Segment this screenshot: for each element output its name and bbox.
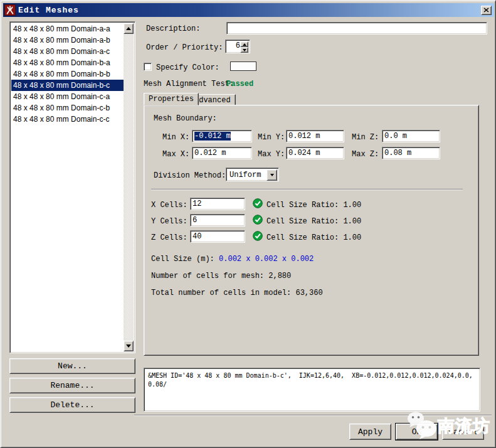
list-item[interactable]: 48 x 48 x 80 mm Domain-c-b [11,102,124,114]
list-item[interactable]: 48 x 48 x 80 mm Domain-a-b [11,35,124,46]
spin-up-button[interactable] [240,41,248,47]
min-x-label: Min X: [162,133,189,142]
cells-in-model: Total number of cells in model: 63,360 [151,289,323,297]
check-circle-icon [253,198,263,208]
cell-size-value: 0.002 x 0.002 x 0.002 [219,255,314,264]
check-circle-icon [253,215,263,225]
description-label: Description: [146,24,200,33]
chevron-down-icon [270,174,274,176]
mesh-alignment-status: Passed [226,80,253,88]
close-icon [483,8,489,13]
spin-down-icon [243,49,246,51]
rename-button[interactable]: Rename... [9,378,135,393]
division-method-value: Uniform [228,169,266,179]
mesh-alignment-label: Mesh Alignment Test: [144,80,234,88]
y-cells-label: Y Cells: [151,217,187,226]
min-y-input[interactable]: 0.012 m [286,130,344,142]
cancel-button[interactable]: Cancel [442,424,484,440]
divider [151,189,463,190]
x-cells-input[interactable]: 12 [190,198,245,210]
combo-dropdown-button[interactable] [266,169,277,181]
cancel-button-label: Cancel [448,427,478,437]
order-priority-spinner[interactable]: 6 [225,40,250,53]
new-button[interactable]: New... [9,358,135,374]
list-scrollbar[interactable] [124,23,134,351]
color-swatch[interactable] [230,61,256,71]
min-z-label: Min Z: [352,133,379,142]
scroll-down-icon [126,344,131,348]
delete-button-label: Delete... [50,400,94,410]
new-button-label: New... [58,361,87,371]
min-x-input[interactable]: -0.012 m [192,130,252,142]
spin-down-button[interactable] [240,47,248,53]
scroll-up-icon [126,27,131,30]
mesh-boundary-title: Mesh Boundary: [154,114,217,123]
apply-button-label: Apply [358,427,383,437]
min-z-input[interactable]: 0.0 m [382,130,440,142]
list-item[interactable]: 48 x 48 x 80 mm Domain-c-a [11,91,124,102]
fds-record-box[interactable]: &MESH ID='48 x 48 x 80 mm Domain-b-c', I… [144,368,480,412]
order-priority-label: Order / Priority: [146,43,223,52]
list-item[interactable]: 48 x 48 x 80 mm Domain-c-c [11,114,124,125]
ok-button[interactable]: OK [396,424,438,440]
max-z-label: Max Z: [352,150,379,159]
cell-size-label: Cell Size (m): [151,255,214,264]
list-item[interactable]: 48 x 48 x 80 mm Domain-b-b [11,68,124,80]
division-method-combo[interactable]: Uniform [226,168,279,181]
window-title: Edit Meshes [18,6,481,15]
bottom-separator [134,415,492,416]
x-cells-label: X Cells: [151,201,187,210]
max-x-input[interactable]: 0.012 m [192,147,252,159]
ok-button-label: OK [412,427,422,437]
z-cells-input[interactable]: 40 [190,230,245,243]
x-cell-size-ratio: Cell Size Ratio: 1.00 [266,201,361,210]
check-circle-icon [253,231,263,241]
z-cell-size-ratio: Cell Size Ratio: 1.00 [266,233,361,242]
max-z-input[interactable]: 0.08 m [382,147,440,159]
scroll-down-button[interactable] [124,341,134,351]
division-method-label: Division Method: [154,171,226,180]
mesh-list: 48 x 48 x 80 mm Domain-a-a 48 x 48 x 80 … [9,21,135,353]
list-item-selected[interactable]: 48 x 48 x 80 mm Domain-b-c [11,80,124,91]
specify-color-checkbox[interactable] [144,63,152,71]
rename-button-label: Rename... [50,381,94,390]
max-x-label: Max X: [162,150,189,159]
fds-record-text: &MESH ID='48 x 48 x 80 mm Domain-b-c', I… [148,372,473,388]
scroll-up-button[interactable] [124,23,134,34]
tab-properties[interactable]: Properties [144,93,199,105]
cells-for-mesh: Number of cells for mesh: 2,880 [151,272,291,280]
y-cell-size-ratio: Cell Size Ratio: 1.00 [266,217,361,226]
order-priority-value[interactable]: 6 [226,41,241,52]
list-item[interactable]: 48 x 48 x 80 mm Domain-a-a [11,23,124,35]
close-button[interactable] [481,6,492,15]
max-y-input[interactable]: 0.024 m [286,147,344,159]
edit-meshes-dialog: Edit Meshes 48 x 48 x 80 mm Domain-a-a 4… [0,0,496,448]
list-item[interactable]: 48 x 48 x 80 mm Domain-a-c [11,46,124,57]
min-y-label: Min Y: [258,133,285,142]
min-x-value: -0.012 m [194,132,231,141]
apply-button[interactable]: Apply [349,424,391,440]
specify-color-label: Specify Color: [156,63,219,72]
delete-button[interactable]: Delete... [9,397,135,413]
cell-size-line: Cell Size (m): 0.002 x 0.002 x 0.002 [151,255,314,264]
title-bar: Edit Meshes [3,3,494,17]
spin-up-icon [243,43,246,46]
description-input[interactable] [226,22,487,35]
y-cells-input[interactable]: 6 [190,214,245,227]
list-item[interactable]: 48 x 48 x 80 mm Domain-b-a [11,57,124,68]
mesh-list-items: 48 x 48 x 80 mm Domain-a-a 48 x 48 x 80 … [11,23,124,351]
max-y-label: Max Y: [258,150,285,159]
fire-app-icon [4,4,16,16]
z-cells-label: Z Cells: [151,233,187,242]
